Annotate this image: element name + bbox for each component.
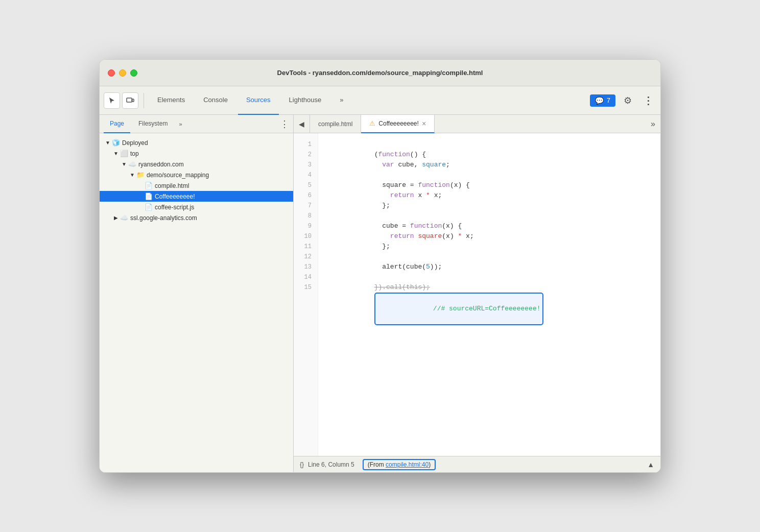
- editor-tab-coffee-label: Coffeeeeeeee!: [378, 120, 419, 127]
- left-panel-menu[interactable]: ⋮: [280, 118, 289, 130]
- compile-link[interactable]: compile.html:40: [386, 461, 429, 468]
- tree-item-compile[interactable]: 📄 compile.html: [100, 180, 293, 191]
- editor-tabs: ◀ compile.html ⚠ Coffeeeeeeee! × »: [294, 115, 660, 133]
- file-tree: ▼ 🧊 Deployed ▼ ⬜ top ▼ ☁️ ryanseddon.com: [100, 133, 293, 472]
- left-panel-tabs: Page Filesystem » ⋮: [100, 115, 293, 133]
- more-options-button[interactable]: ⋮: [640, 92, 656, 109]
- status-right: ▲: [647, 461, 654, 469]
- toolbar-divider: [144, 93, 144, 108]
- tree-item-ryanseddon[interactable]: ▼ ☁️ ryanseddon.com: [100, 159, 293, 170]
- cursor-position: Line 6, Column 5: [308, 461, 354, 468]
- toolbar-right: 💬 7 ⚙ ⋮: [590, 92, 656, 109]
- right-panel: ◀ compile.html ⚠ Coffeeeeeeee! × » 1 2 3…: [294, 115, 660, 472]
- file-yellow-icon: 📄: [145, 203, 153, 211]
- tab-lighthouse[interactable]: Lighthouse: [281, 86, 330, 115]
- tree-arrow-demo: ▼: [128, 172, 136, 178]
- tree-label-ssl: ssl.google-analytics.com: [130, 214, 197, 222]
- file-white-icon: 📄: [145, 192, 153, 200]
- left-tab-more[interactable]: »: [176, 120, 185, 128]
- code-line-14: }).call(this);: [326, 272, 660, 282]
- tree-arrow-deployed: ▼: [104, 140, 112, 146]
- tree-label-coffee: Coffeeeeeeee!: [155, 193, 195, 200]
- tree-item-demo[interactable]: ▼ 📁 demo/source_mapping: [100, 170, 293, 180]
- tree-label-ryanseddon: ryanseddon.com: [138, 161, 184, 168]
- code-line-4: square = function(x) {: [326, 170, 660, 180]
- code-content[interactable]: (function() { var cube, square; square =…: [318, 133, 660, 456]
- toolbar: Elements Console Sources Lighthouse » 💬 …: [100, 86, 660, 115]
- tree-item-coffeescript[interactable]: 📄 coffee-script.js: [100, 202, 293, 212]
- main-content: Page Filesystem » ⋮ ▼ 🧊 Deployed: [100, 115, 660, 472]
- tab-more[interactable]: »: [331, 86, 351, 115]
- editor-tab-compile[interactable]: compile.html: [310, 115, 361, 133]
- tree-item-coffee[interactable]: 📄 Coffeeeeeeee!: [100, 191, 293, 202]
- warning-icon: ⚠: [369, 119, 375, 127]
- format-button[interactable]: {}: [300, 461, 304, 468]
- code-line-1: (function() {: [326, 139, 660, 150]
- tab-console[interactable]: Console: [195, 86, 236, 115]
- left-panel: Page Filesystem » ⋮ ▼ 🧊 Deployed: [100, 115, 294, 472]
- svg-rect-0: [127, 98, 132, 102]
- left-tab-page[interactable]: Page: [104, 115, 130, 133]
- device-toolbar-icon[interactable]: [122, 92, 138, 109]
- tab-close-button[interactable]: ×: [422, 120, 426, 127]
- tree-label-top: top: [130, 150, 139, 157]
- cloud-icon: ☁️: [128, 160, 136, 168]
- tree-label-compile: compile.html: [155, 182, 189, 189]
- editor-tab-coffee[interactable]: ⚠ Coffeeeeeeee! ×: [361, 115, 435, 133]
- source-from: (From compile.html:40): [363, 459, 436, 470]
- tree-arrow-ssl: ▶: [112, 215, 120, 221]
- left-tab-filesystem[interactable]: Filesystem: [132, 115, 174, 133]
- editor-back-button[interactable]: ◀: [294, 115, 310, 133]
- code-editor: 1 2 3 4 5 6 7 8 9 10 11 12 13 14 15: [294, 133, 660, 456]
- tree-item-ssl[interactable]: ▶ ☁️ ssl.google-analytics.com: [100, 212, 293, 223]
- upload-icon[interactable]: ▲: [647, 461, 654, 469]
- minimize-button[interactable]: [119, 69, 126, 77]
- settings-button[interactable]: ⚙: [620, 92, 636, 109]
- file-icon: 📄: [145, 182, 153, 189]
- titlebar: DevTools - ryanseddon.com/demo/source_ma…: [100, 60, 660, 86]
- tree-label-demo: demo/source_mapping: [147, 172, 209, 179]
- cloud-ssl-icon: ☁️: [120, 214, 128, 222]
- folder-icon: 📁: [136, 171, 145, 179]
- window-title: DevTools - ryanseddon.com/demo/source_ma…: [277, 69, 483, 77]
- square-icon: ⬜: [120, 150, 128, 157]
- tree-label-deployed: Deployed: [122, 139, 148, 147]
- tree-item-top[interactable]: ▼ ⬜ top: [100, 148, 293, 159]
- chat-icon: 💬: [595, 96, 604, 105]
- code-line-8: cube = function(x) {: [326, 211, 660, 221]
- tree-arrow-top: ▼: [112, 151, 120, 156]
- tree-item-deployed[interactable]: ▼ 🧊 Deployed: [100, 137, 293, 148]
- line-numbers: 1 2 3 4 5 6 7 8 9 10 11 12 13 14 15: [294, 133, 318, 456]
- source-url-highlight: //# sourceURL=Coffeeeeeeee!: [374, 293, 544, 325]
- editor-tab-compile-label: compile.html: [318, 120, 352, 128]
- cursor-icon[interactable]: [104, 92, 120, 109]
- tree-label-coffeescript: coffee-script.js: [155, 204, 194, 211]
- svg-rect-1: [132, 99, 134, 102]
- tree-arrow-ryanseddon: ▼: [120, 161, 128, 167]
- code-line-12: alert(cube(5));: [326, 252, 660, 262]
- maximize-button[interactable]: [130, 69, 137, 77]
- devtools-window: DevTools - ryanseddon.com/demo/source_ma…: [99, 59, 661, 473]
- chat-badge[interactable]: 💬 7: [590, 94, 615, 107]
- close-button[interactable]: [108, 69, 115, 77]
- tab-elements[interactable]: Elements: [149, 86, 193, 115]
- status-bar: {} Line 6, Column 5 (From compile.html:4…: [294, 456, 660, 472]
- editor-tabs-more[interactable]: »: [646, 119, 660, 129]
- traffic-lights: [108, 69, 137, 77]
- tab-sources[interactable]: Sources: [238, 86, 279, 115]
- cube-icon: 🧊: [112, 139, 120, 147]
